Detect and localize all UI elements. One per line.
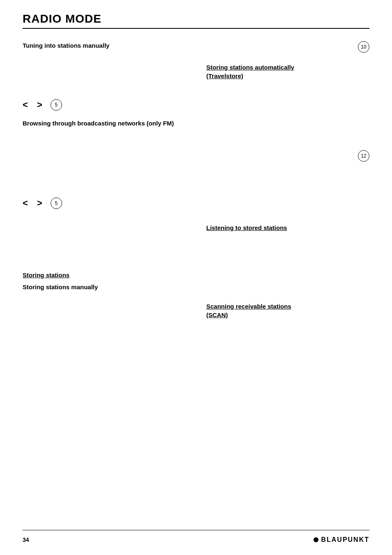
circled-5-2: 5 [51,197,62,209]
section-storing-stations: Storing stations Storing stations manual… [23,271,186,291]
blaupunkt-logo: BLAUPUNKT [314,536,369,543]
storing-stations-manually-heading: Storing stations manually [23,283,186,291]
title-divider [23,28,369,29]
circled-12-wrapper: 12 [206,150,369,162]
section-tuning-manually: Tuning into stations manually [23,41,186,50]
browsing-networks-heading: Browsing through broadcasting networks (… [23,119,186,128]
controls-row-1: < > 5 [23,99,186,111]
section-travelstore: 10 Storing stations automatically (Trave… [206,41,369,80]
tuning-manually-heading: Tuning into stations manually [23,41,186,50]
circled-12: 12 [358,150,369,162]
main-content: Tuning into stations manually < > 5 Brow… [23,41,369,332]
storing-stations-heading: Storing stations [23,271,186,279]
angle-brackets-2: < > [23,198,46,209]
angle-brackets-1: < > [23,100,46,110]
footer: 34 BLAUPUNKT [0,536,392,543]
left-column: Tuning into stations manually < > 5 Brow… [23,41,190,332]
section-listening-stored: Listening to stored stations [206,223,369,232]
blaupunkt-dot-icon [314,537,318,542]
section-circled-12: 12 [206,150,369,162]
page-container: RADIO MODE Tuning into stations manually… [0,0,392,555]
circled-5-1: 5 [51,99,62,111]
footer-line [23,530,369,530]
section-controls-2: < > 5 [23,197,186,209]
storing-automatically-heading: Storing stations automatically (Travelst… [206,63,369,80]
section-scanning-receivable: Scanning receivable stations (SCAN) [206,302,369,319]
controls-row-2: < > 5 [23,197,186,209]
right-column: 10 Storing stations automatically (Trave… [202,41,369,332]
listening-stored-heading: Listening to stored stations [206,223,369,232]
section-browsing-networks: < > 5 Browsing through broadcasting netw… [23,99,186,128]
circled-10: 10 [358,41,369,53]
page-title: RADIO MODE [23,12,369,26]
scanning-receivable-heading: Scanning receivable stations (SCAN) [206,302,369,319]
page-number: 34 [23,536,29,543]
blaupunkt-logo-text: BLAUPUNKT [321,536,369,543]
circled-10-wrapper: 10 [206,41,369,53]
